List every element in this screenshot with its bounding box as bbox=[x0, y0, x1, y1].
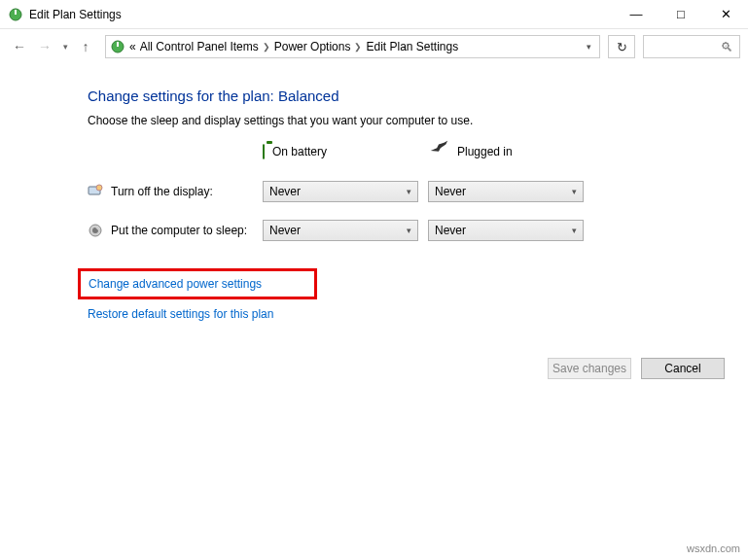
close-button[interactable]: ✕ bbox=[703, 0, 748, 28]
address-bar[interactable]: « All Control Panel Items ❯ Power Option… bbox=[105, 35, 600, 58]
setting-label: Turn off the display: bbox=[88, 184, 263, 199]
save-button[interactable]: Save changes bbox=[548, 358, 631, 379]
svg-point-5 bbox=[96, 185, 102, 191]
sleep-battery-dropdown[interactable]: Never ▾ bbox=[263, 220, 418, 241]
change-advanced-link[interactable]: Change advanced power settings bbox=[89, 277, 262, 291]
battery-icon bbox=[263, 145, 265, 158]
setting-label: Put the computer to sleep: bbox=[88, 223, 263, 238]
links-section: Change advanced power settings Restore d… bbox=[88, 268, 660, 321]
page-heading: Change settings for the plan: Balanced bbox=[88, 88, 660, 104]
breadcrumb-item[interactable]: All Control Panel Items ❯ bbox=[140, 40, 270, 53]
plugged-in-column: Plugged in bbox=[428, 139, 584, 163]
display-battery-dropdown[interactable]: Never ▾ bbox=[263, 181, 418, 202]
restore-defaults-link[interactable]: Restore default settings for this plan bbox=[88, 307, 273, 321]
window-title: Edit Plan Settings bbox=[29, 8, 614, 21]
refresh-button[interactable]: ↻ bbox=[608, 35, 635, 58]
history-dropdown[interactable]: ▾ bbox=[58, 35, 72, 58]
chevron-down-icon: ▾ bbox=[572, 226, 577, 235]
watermark: wsxdn.com bbox=[687, 542, 740, 554]
maximize-button[interactable]: □ bbox=[659, 0, 703, 28]
breadcrumb-prefix: « bbox=[129, 40, 136, 53]
breadcrumb-item[interactable]: Power Options ❯ bbox=[274, 40, 363, 53]
power-plan-icon bbox=[110, 39, 125, 54]
sleep-icon bbox=[88, 223, 103, 238]
breadcrumb-item[interactable]: Edit Plan Settings bbox=[366, 40, 458, 53]
power-plan-icon bbox=[8, 7, 23, 22]
sleep-row: Put the computer to sleep: Never ▾ Never… bbox=[88, 220, 660, 241]
columns-header: On battery Plugged in bbox=[88, 139, 660, 163]
window-controls: — □ ✕ bbox=[614, 0, 748, 28]
chevron-down-icon: ▾ bbox=[407, 226, 411, 235]
address-dropdown[interactable]: ▾ bbox=[583, 42, 595, 52]
on-battery-column: On battery bbox=[263, 145, 418, 158]
chevron-right-icon: ❯ bbox=[263, 42, 270, 52]
cancel-button[interactable]: Cancel bbox=[641, 358, 725, 379]
display-plugged-dropdown[interactable]: Never ▾ bbox=[428, 181, 584, 202]
page-subtext: Choose the sleep and display settings th… bbox=[88, 114, 660, 127]
plug-icon bbox=[428, 139, 449, 163]
button-row: Save changes Cancel bbox=[548, 358, 725, 379]
forward-button[interactable]: → bbox=[33, 35, 56, 58]
chevron-down-icon: ▾ bbox=[572, 187, 577, 196]
minimize-button[interactable]: — bbox=[614, 0, 659, 28]
search-icon: 🔍︎ bbox=[721, 40, 733, 54]
navbar: ← → ▾ ↑ « All Control Panel Items ❯ Powe… bbox=[0, 29, 748, 64]
display-icon bbox=[88, 184, 103, 199]
chevron-down-icon: ▾ bbox=[407, 187, 411, 196]
chevron-right-icon: ❯ bbox=[354, 42, 362, 52]
titlebar: Edit Plan Settings — □ ✕ bbox=[0, 0, 748, 29]
content-area: Change settings for the plan: Balanced C… bbox=[0, 64, 748, 331]
search-input[interactable]: 🔍︎ bbox=[643, 35, 740, 58]
svg-rect-1 bbox=[15, 10, 17, 15]
sleep-plugged-dropdown[interactable]: Never ▾ bbox=[428, 220, 584, 241]
back-button[interactable]: ← bbox=[8, 35, 31, 58]
highlight-annotation: Change advanced power settings bbox=[78, 268, 317, 299]
turn-off-display-row: Turn off the display: Never ▾ Never ▾ bbox=[88, 181, 660, 202]
up-button[interactable]: ↑ bbox=[74, 35, 97, 58]
svg-rect-3 bbox=[117, 42, 119, 47]
